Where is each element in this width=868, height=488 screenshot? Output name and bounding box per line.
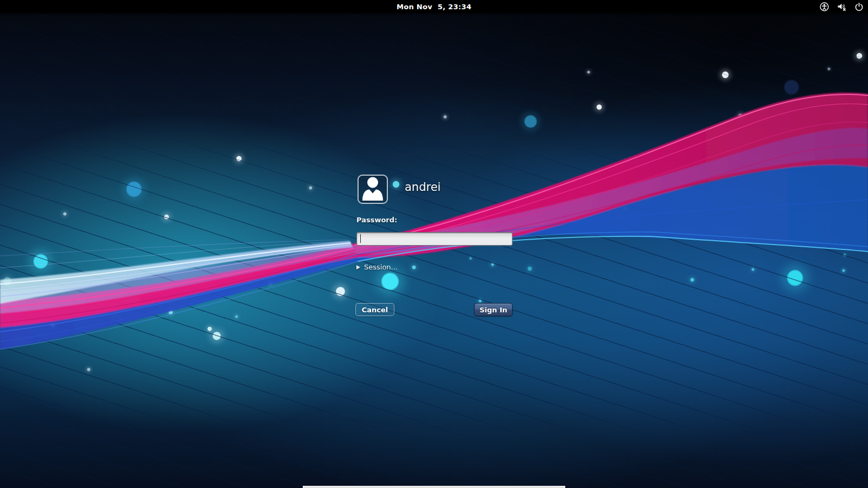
- password-label: Password:: [356, 216, 397, 224]
- person-icon: [359, 175, 387, 203]
- session-label: Session...: [364, 263, 398, 271]
- signin-button[interactable]: Sign In: [474, 303, 513, 316]
- expander-arrow-icon: [356, 265, 360, 269]
- session-expander[interactable]: Session...: [356, 263, 398, 271]
- login-screen: Mon Nov 5, 23:34: [0, 0, 868, 488]
- user-avatar[interactable]: [358, 175, 388, 204]
- password-input[interactable]: [356, 232, 513, 246]
- text-caret: [360, 234, 361, 243]
- username-label: andrei: [405, 181, 441, 194]
- bottom-edge-strip: [303, 486, 565, 488]
- login-panel: andrei Password: Session... Cancel Sign …: [0, 0, 868, 488]
- cancel-button[interactable]: Cancel: [355, 303, 394, 316]
